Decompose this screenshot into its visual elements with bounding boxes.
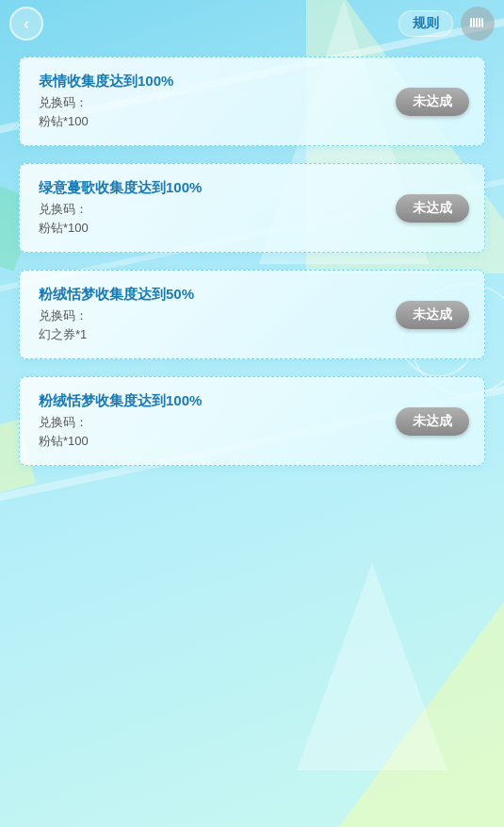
svg-rect-2 (476, 18, 478, 27)
task-btn-3[interactable]: 未达成 (396, 301, 469, 329)
task-list: 表情收集度达到100% 兑换码： 粉钻*100 未达成 绿意蔓歌收集度达到100… (0, 47, 504, 475)
bg-shape-4 (297, 563, 447, 770)
task-reward-1: 粉钻*100 (39, 113, 465, 130)
rules-button[interactable]: 规则 (398, 10, 453, 37)
task-card-2: 绿意蔓歌收集度达到100% 兑换码： 粉钻*100 未达成 (19, 163, 485, 253)
music-icon (468, 14, 487, 33)
task-reward-3: 幻之券*1 (39, 326, 465, 343)
task-card-3: 粉绒恬梦收集度达到50% 兑换码： 幻之券*1 未达成 (19, 270, 485, 359)
task-btn-1[interactable]: 未达成 (396, 88, 469, 116)
back-button[interactable]: ‹ (9, 7, 43, 41)
svg-rect-4 (481, 18, 483, 27)
task-title-4: 粉绒恬梦收集度达到100% (39, 392, 465, 410)
task-title-3: 粉绒恬梦收集度达到50% (39, 286, 465, 304)
bg-shape-3 (325, 563, 504, 827)
top-bar: ‹ 规则 (0, 0, 504, 47)
svg-rect-1 (473, 18, 475, 27)
task-reward-2: 粉钻*100 (39, 220, 465, 237)
music-button[interactable] (461, 7, 495, 41)
task-btn-2[interactable]: 未达成 (396, 194, 469, 223)
top-right-actions: 规则 (398, 7, 495, 41)
task-title-2: 绿意蔓歌收集度达到100% (39, 179, 465, 197)
task-card-4: 粉绒恬梦收集度达到100% 兑换码： 粉钻*100 未达成 (19, 376, 485, 466)
task-reward-4: 粉钻*100 (39, 433, 465, 450)
svg-rect-0 (470, 18, 472, 27)
svg-rect-3 (479, 18, 480, 27)
task-card-1: 表情收集度达到100% 兑换码： 粉钻*100 未达成 (19, 57, 485, 146)
task-title-1: 表情收集度达到100% (39, 73, 465, 91)
task-btn-4[interactable]: 未达成 (396, 407, 469, 436)
